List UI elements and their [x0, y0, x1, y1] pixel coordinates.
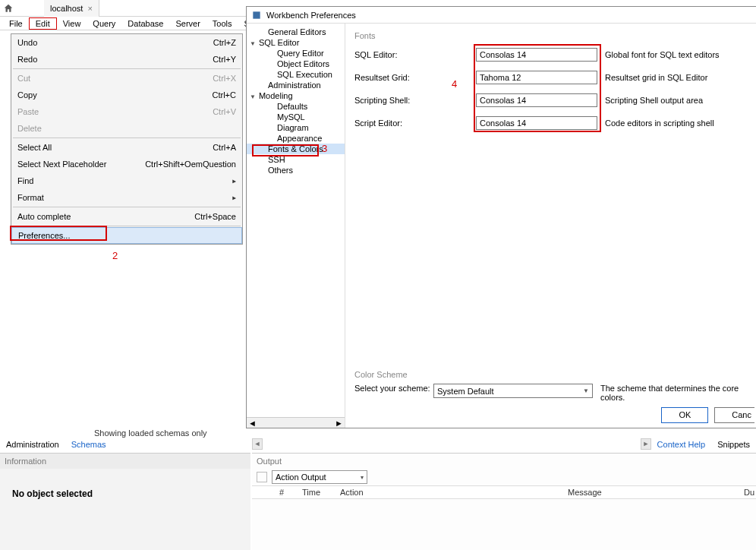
tree-item-object-editors[interactable]: Object Editors — [247, 58, 345, 69]
panel-scroll-left-icon[interactable]: ◄ — [252, 438, 263, 450]
cancel-button[interactable]: Canc — [714, 407, 754, 423]
menu-item-paste[interactable]: PasteCtrl+V — [11, 103, 242, 120]
tree-horizontal-scrollbar[interactable]: ◄► — [247, 417, 345, 428]
menu-database[interactable]: Database — [121, 18, 169, 29]
font-desc: Code editors in scripting shell — [605, 119, 714, 128]
tree-item-diagram[interactable]: Diagram — [247, 122, 345, 133]
output-type-select[interactable]: Action Output ▾ — [272, 470, 367, 484]
app-icon — [251, 10, 262, 21]
tree-item-others[interactable]: Others — [247, 165, 345, 175]
preferences-tree[interactable]: General EditorsSQL EditorQuery EditorObj… — [247, 24, 345, 428]
tree-item-appearance[interactable]: Appearance — [247, 133, 345, 144]
output-table-header: # Time Action Message Du — [252, 485, 756, 499]
tab-context-help[interactable]: Context Help — [651, 438, 712, 450]
color-scheme-select[interactable]: System Default ▼ — [433, 384, 593, 398]
col-duration: Du — [738, 488, 756, 497]
font-row: Script Editor:Code editors in scripting … — [354, 112, 753, 134]
menu-item-auto-complete[interactable]: Auto completeCtrl+Space — [11, 208, 242, 225]
font-row: Scripting Shell:Scripting Shell output a… — [354, 89, 753, 112]
panel-scroll-right-icon[interactable]: ► — [641, 438, 651, 450]
tab-administration[interactable]: Administration — [0, 438, 65, 450]
schema-note: Showing loaded schemas only — [94, 428, 207, 438]
menu-item-cut[interactable]: CutCtrl+X — [11, 70, 242, 87]
output-history-icon[interactable] — [257, 472, 267, 482]
tree-item-general-editors[interactable]: General Editors — [247, 27, 345, 37]
font-desc: Global font for SQL text editors — [605, 50, 720, 59]
tree-item-mysql[interactable]: MySQL — [247, 112, 345, 122]
tree-item-fonts-colors[interactable]: Fonts & Colors — [247, 144, 345, 154]
menu-item-delete[interactable]: Delete — [11, 120, 242, 137]
annotation-2: 2 — [112, 250, 118, 261]
font-input[interactable] — [476, 48, 597, 62]
output-type-value: Action Output — [276, 473, 326, 482]
color-scheme-prompt: Select your scheme: — [354, 384, 433, 393]
close-icon[interactable]: × — [87, 4, 92, 13]
home-icon[interactable] — [0, 0, 17, 17]
preferences-dialog: Workbench Preferences General EditorsSQL… — [246, 6, 756, 428]
preferences-right-pane: Fonts SQL Editor:Global font for SQL tex… — [345, 24, 756, 428]
menu-file[interactable]: File — [3, 18, 29, 29]
svg-rect-0 — [253, 11, 260, 18]
font-input[interactable] — [476, 116, 597, 130]
chevron-down-icon: ▼ — [583, 387, 589, 394]
tree-item-sql-execution[interactable]: SQL Execution — [247, 69, 345, 80]
menu-item-select-all[interactable]: Select AllCtrl+A — [11, 139, 242, 156]
font-label: SQL Editor: — [354, 50, 476, 59]
dialog-title: Workbench Preferences — [266, 11, 356, 20]
tree-item-sql-editor[interactable]: SQL Editor — [247, 37, 345, 48]
menu-item-copy[interactable]: CopyCtrl+C — [11, 87, 242, 103]
information-body: No object selected — [0, 469, 250, 519]
connection-tab-label: localhost — [50, 4, 83, 13]
menu-server[interactable]: Server — [169, 18, 206, 29]
menu-item-redo[interactable]: RedoCtrl+Y — [11, 51, 242, 68]
col-action: Action — [334, 488, 562, 497]
menu-item-preferences-[interactable]: Preferences... — [11, 227, 242, 244]
col-message: Message — [562, 488, 738, 497]
font-desc: Scripting Shell output area — [605, 96, 703, 105]
ok-button[interactable]: OK — [661, 407, 708, 423]
menu-item-format[interactable]: Format — [11, 189, 242, 206]
tab-schemas[interactable]: Schemas — [65, 438, 112, 450]
output-panel: Output Action Output ▾ # Time Action Mes… — [252, 453, 756, 550]
edit-dropdown-menu: UndoCtrl+ZRedoCtrl+YCutCtrl+XCopyCtrl+CP… — [11, 33, 243, 245]
menu-query[interactable]: Query — [87, 18, 121, 29]
right-panel-tabs: Context Help Snippets — [651, 438, 756, 450]
menu-item-undo[interactable]: UndoCtrl+Z — [11, 34, 242, 51]
menu-item-select-next-placeholder[interactable]: Select Next PlaceholderCtrl+Shift+OemQue… — [11, 156, 242, 172]
font-row: SQL Editor:Global font for SQL text edit… — [354, 43, 753, 66]
color-scheme-desc: The scheme that determines the core colo… — [600, 384, 745, 402]
color-scheme-value: System Default — [437, 387, 494, 396]
connection-tab[interactable]: localhost × — [44, 0, 99, 17]
font-desc: Resultset grid in SQL Editor — [605, 73, 707, 82]
tab-snippets[interactable]: Snippets — [711, 438, 756, 450]
font-label: Scripting Shell: — [354, 96, 476, 105]
dialog-titlebar: Workbench Preferences — [247, 7, 756, 24]
tree-item-administration[interactable]: Administration — [247, 80, 345, 90]
annotation-4: 4 — [452, 78, 457, 90]
annotation-3: 3 — [322, 143, 327, 154]
font-row: Resultset Grid:Resultset grid in SQL Edi… — [354, 66, 753, 89]
tree-item-query-editor[interactable]: Query Editor — [247, 48, 345, 58]
lower-panels: Showing loaded schemas only Administrati… — [0, 428, 756, 550]
output-title: Output — [252, 454, 756, 469]
menu-tools[interactable]: Tools — [206, 18, 238, 29]
information-panel: Information No object selected — [0, 453, 250, 550]
col-time: Time — [296, 488, 334, 497]
color-scheme-label: Color Scheme — [354, 370, 753, 379]
font-label: Script Editor: — [354, 119, 476, 128]
menu-edit[interactable]: Edit — [29, 17, 57, 30]
menu-item-find[interactable]: Find — [11, 172, 242, 189]
fonts-section-label: Fonts — [354, 31, 753, 40]
tree-item-ssh[interactable]: SSH — [247, 154, 345, 165]
tree-item-defaults[interactable]: Defaults — [247, 101, 345, 112]
font-input[interactable] — [476, 71, 597, 84]
font-label: Resultset Grid: — [354, 73, 476, 82]
chevron-down-icon: ▾ — [361, 474, 364, 481]
col-index: # — [273, 488, 296, 497]
tree-item-modeling[interactable]: Modeling — [247, 90, 345, 101]
menu-view[interactable]: View — [57, 18, 87, 29]
font-input[interactable] — [476, 93, 597, 107]
left-panel-tabs: Administration Schemas — [0, 438, 112, 450]
information-title: Information — [0, 454, 250, 469]
